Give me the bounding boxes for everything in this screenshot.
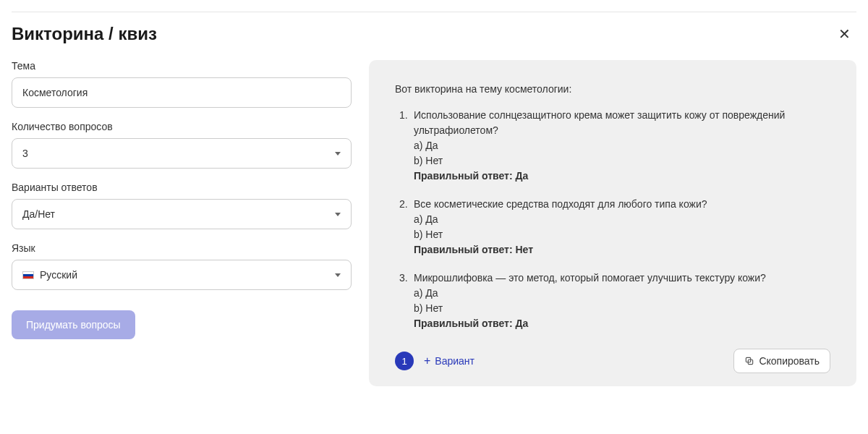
quiz-option-b: b) Нет (414, 301, 830, 316)
variant-page-badge[interactable]: 1 (395, 352, 414, 370)
modal-header: Викторина / квиз ✕ (12, 12, 856, 46)
modal-content: Тема Количество вопросов 3 Варианты отве… (12, 60, 856, 386)
flag-russia-icon (22, 271, 34, 279)
output-panel: Вот викторина на тему косметологии: Испо… (369, 60, 856, 386)
language-select[interactable]: Русский (12, 260, 352, 290)
answer-variants-label: Варианты ответов (12, 182, 352, 193)
topic-label: Тема (12, 60, 352, 72)
chevron-down-icon (335, 273, 341, 277)
copy-button[interactable]: Скопировать (733, 349, 830, 373)
quiz-correct-answer: Правильный ответ: Да (414, 316, 830, 331)
answer-variants-select[interactable]: Да/Нет (12, 199, 352, 229)
quiz-question-item: Микрошлифовка — это метод, который помог… (395, 271, 830, 331)
chevron-down-icon (335, 213, 341, 216)
quiz-question-item: Использование солнцезащитного крема може… (395, 108, 830, 184)
topic-input[interactable] (12, 77, 352, 108)
quiz-correct-answer: Правильный ответ: Да (414, 169, 830, 184)
quiz-option-a: a) Да (414, 138, 830, 153)
plus-icon: + (424, 354, 430, 367)
add-variant-label: Вариант (435, 355, 475, 367)
num-questions-group: Количество вопросов 3 (12, 121, 352, 169)
quiz-option-a: a) Да (414, 286, 830, 301)
chevron-down-icon (335, 152, 341, 156)
quiz-generator-modal: Викторина / квиз ✕ Тема Количество вопро… (0, 0, 868, 434)
footer-left: 1 + Вариант (395, 352, 475, 370)
quiz-intro-text: Вот викторина на тему косметологии: (395, 83, 830, 95)
quiz-question-text: Микрошлифовка — это метод, который помог… (414, 271, 830, 286)
output-footer: 1 + Вариант Скопировать (395, 349, 830, 373)
add-variant-button[interactable]: + Вариант (424, 354, 475, 367)
close-icon[interactable]: ✕ (833, 22, 856, 46)
quiz-question-text: Все косметические средства подходят для … (414, 197, 830, 212)
answer-variants-group: Варианты ответов Да/Нет (12, 182, 352, 229)
copy-button-label: Скопировать (759, 355, 820, 367)
form-panel: Тема Количество вопросов 3 Варианты отве… (12, 60, 352, 386)
language-group: Язык Русский (12, 242, 352, 290)
topic-group: Тема (12, 60, 352, 108)
num-questions-select[interactable]: 3 (12, 138, 352, 169)
quiz-question-item: Все косметические средства подходят для … (395, 197, 830, 258)
generate-button[interactable]: Придумать вопросы (12, 310, 135, 339)
quiz-option-a: a) Да (414, 212, 830, 227)
modal-title: Викторина / квиз (12, 24, 157, 44)
quiz-question-text: Использование солнцезащитного крема може… (414, 108, 830, 138)
answer-variants-value: Да/Нет (22, 208, 55, 220)
language-label: Язык (12, 242, 352, 254)
language-value: Русский (40, 269, 77, 281)
quiz-option-b: b) Нет (414, 227, 830, 242)
copy-icon (744, 356, 754, 366)
num-questions-value: 3 (22, 148, 28, 159)
num-questions-label: Количество вопросов (12, 121, 352, 132)
quiz-list: Использование солнцезащитного крема може… (395, 108, 830, 331)
quiz-correct-answer: Правильный ответ: Нет (414, 242, 830, 258)
quiz-option-b: b) Нет (414, 153, 830, 169)
